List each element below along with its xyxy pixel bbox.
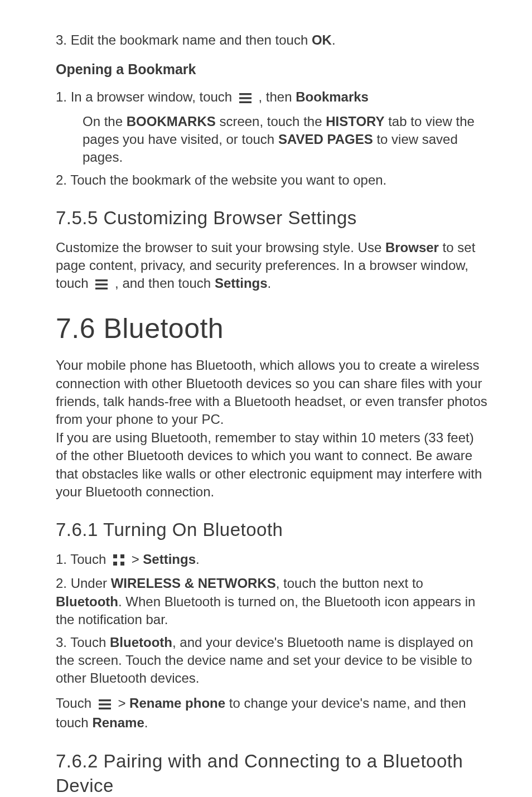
svg-rect-3: [95, 279, 108, 281]
svg-rect-11: [99, 703, 111, 705]
svg-rect-5: [95, 288, 108, 289]
heading-761: 7.6.1 Turning On Bluetooth: [56, 518, 487, 543]
text: >: [118, 695, 129, 711]
text: On the: [83, 114, 127, 129]
apps-grid-icon: [113, 552, 124, 570]
saved-pages-label: SAVED PAGES: [278, 132, 373, 147]
ok-label: OK: [312, 32, 332, 47]
rename-label: Rename: [92, 715, 144, 730]
heading-76: 7.6 Bluetooth: [56, 310, 487, 348]
svg-rect-8: [113, 562, 117, 566]
wireless-networks-label: WIRELESS & NETWORKS: [111, 576, 276, 591]
text: , then: [259, 89, 296, 104]
text: 3. Edit the bookmark name and then touch: [56, 32, 312, 47]
open-bookmark-step2: 2. Touch the bookmark of the website you…: [56, 171, 487, 189]
text: , and then touch: [115, 276, 215, 291]
paragraph-76: Your mobile phone has Bluetooth, which a…: [56, 356, 487, 501]
text: >: [132, 552, 143, 567]
text: 1. In a browser window, touch: [56, 89, 236, 104]
svg-rect-10: [99, 699, 111, 701]
turn-on-bt-step3: 3. Touch Bluetooth, and your device's Bl…: [56, 634, 487, 688]
svg-rect-1: [239, 97, 252, 99]
svg-rect-7: [120, 554, 124, 558]
turn-on-bt-step1: 1. Touch > Settings.: [56, 550, 487, 570]
turn-on-bt-note: Touch > Rename phone to change your devi…: [56, 694, 487, 732]
svg-rect-4: [95, 284, 108, 286]
edit-bookmark-step3: 3. Edit the bookmark name and then touch…: [56, 31, 487, 49]
text: 1. Touch: [56, 552, 110, 567]
text: .: [144, 715, 148, 730]
bookmarks-label: Bookmarks: [296, 89, 369, 104]
settings-label: Settings: [143, 552, 196, 567]
text: .: [332, 32, 336, 47]
heading-762: 7.6.2 Pairing with and Connecting to a B…: [56, 749, 487, 798]
svg-rect-6: [113, 554, 117, 558]
menu-icon: [99, 696, 111, 714]
document-page: 3. Edit the bookmark name and then touch…: [0, 0, 532, 797]
heading-opening-bookmark: Opening a Bookmark: [56, 60, 487, 79]
text: 2. Under: [56, 576, 111, 591]
text: Touch: [56, 695, 95, 711]
text: .: [196, 552, 200, 567]
bluetooth-label: Bluetooth: [56, 594, 118, 609]
text: screen, touch the: [216, 114, 326, 129]
settings-label: Settings: [215, 276, 268, 291]
open-bookmark-note: On the BOOKMARKS screen, touch the HISTO…: [83, 113, 487, 167]
svg-rect-12: [99, 707, 111, 709]
svg-rect-2: [239, 102, 252, 103]
bookmarks-screen-label: BOOKMARKS: [127, 114, 216, 129]
text: .: [268, 276, 272, 291]
text: Customize the browser to suit your brows…: [56, 240, 385, 255]
heading-755: 7.5.5 Customizing Browser Settings: [56, 206, 487, 231]
paragraph-755: Customize the browser to suit your brows…: [56, 239, 487, 294]
history-tab-label: HISTORY: [326, 114, 384, 129]
turn-on-bt-step2: 2. Under WIRELESS & NETWORKS, touch the …: [56, 574, 487, 629]
bluetooth-label: Bluetooth: [110, 635, 172, 650]
svg-rect-0: [239, 93, 252, 95]
browser-label: Browser: [385, 240, 439, 255]
rename-phone-label: Rename phone: [129, 695, 225, 711]
text: , touch the button next to: [276, 576, 423, 591]
menu-icon: [239, 90, 252, 108]
svg-rect-9: [120, 562, 124, 566]
open-bookmark-step1: 1. In a browser window, touch , then Boo…: [56, 88, 487, 108]
menu-icon: [95, 276, 108, 294]
text: 3. Touch: [56, 635, 110, 650]
text: . When Bluetooth is turned on, the Bluet…: [56, 594, 475, 627]
